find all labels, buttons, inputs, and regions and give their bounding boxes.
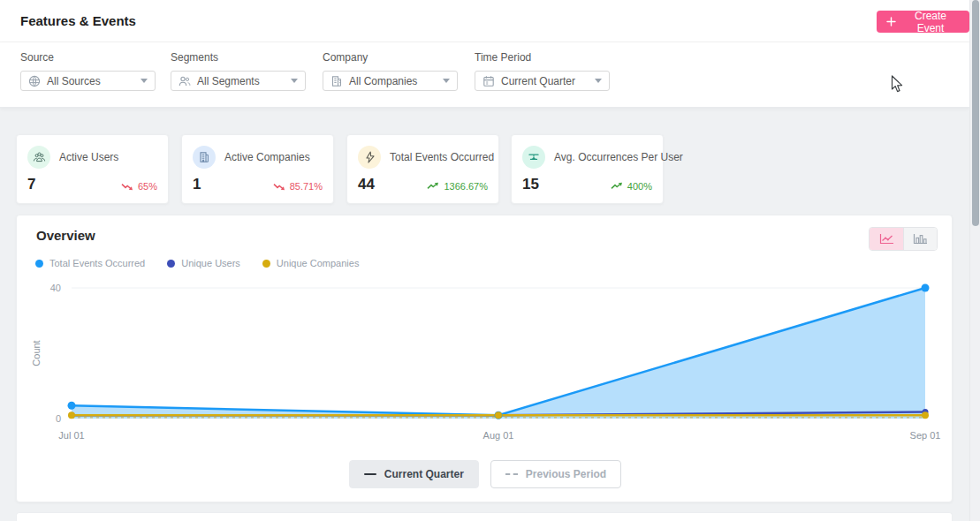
time-period-value: Current Quarter	[501, 75, 589, 87]
create-event-label: Create Event	[901, 10, 960, 34]
source-select[interactable]: All Sources	[20, 71, 156, 91]
building-icon	[330, 75, 343, 87]
stat-change: 85.71%	[290, 181, 323, 192]
calendar-icon	[482, 75, 495, 87]
company-building-icon	[193, 146, 216, 169]
scrollbar-thumb[interactable]	[972, 0, 979, 226]
previous-period-button[interactable]: Previous Period	[490, 460, 621, 488]
company-label: Company	[323, 51, 458, 64]
legend-dot	[167, 260, 175, 268]
stat-trend: 65%	[121, 181, 157, 192]
chevron-down-icon	[443, 79, 450, 83]
source-value: All Sources	[47, 75, 134, 87]
time-period-select[interactable]: Current Quarter	[475, 71, 610, 91]
stat-trend: 1366.67%	[427, 181, 488, 192]
trend-up-icon	[611, 182, 623, 191]
chevron-down-icon	[595, 79, 602, 83]
filter-segments: Segments All Segments	[171, 51, 306, 91]
chart-legend: Total Events Occurred Unique Users Uniqu…	[35, 258, 359, 268]
dashed-line-icon	[505, 473, 518, 475]
legend-dot	[262, 260, 270, 268]
plus-icon	[886, 17, 896, 26]
overview-title: Overview	[36, 228, 95, 243]
line-chart-icon	[879, 233, 894, 245]
stat-card-total-events: Total Events Occurred 44 1366.67%	[346, 134, 499, 204]
previous-period-label: Previous Period	[526, 468, 606, 480]
current-quarter-label: Current Quarter	[384, 468, 464, 480]
filter-source: Source All Sources	[20, 51, 156, 91]
create-event-button[interactable]: Create Event	[877, 11, 969, 33]
trend-down-icon	[121, 182, 133, 191]
chevron-down-icon	[141, 79, 148, 83]
stat-card-active-users: Active Users 7 65%	[16, 134, 169, 204]
next-section-card-edge	[16, 512, 953, 521]
filter-company: Company All Companies	[323, 51, 458, 91]
stat-value: 7	[27, 176, 35, 193]
filter-bar: Source All Sources Segments All Segments…	[0, 42, 969, 108]
legend-label: Total Events Occurred	[49, 258, 145, 268]
svg-text:40: 40	[50, 283, 61, 293]
stat-label: Avg. Occurrences Per User	[554, 151, 683, 163]
stat-value: 1	[193, 176, 201, 193]
globe-icon	[28, 75, 41, 87]
stat-label: Active Companies	[224, 151, 310, 163]
svg-text:Aug 01: Aug 01	[483, 430, 514, 441]
users-icon	[179, 75, 191, 87]
chart-type-toggle	[869, 227, 938, 251]
legend-label: Unique Users	[181, 258, 240, 268]
svg-text:0: 0	[56, 413, 61, 424]
series-toggle-buttons: Current Quarter Previous Period	[17, 460, 953, 488]
svg-text:Sep 01: Sep 01	[910, 430, 941, 441]
legend-item-total-events[interactable]: Total Events Occurred	[35, 258, 145, 268]
svg-text:Count: Count	[31, 340, 42, 366]
segments-label: Segments	[171, 51, 306, 64]
page-title: Features & Events	[20, 13, 136, 28]
overview-chart-area: 040CountJul 01Aug 01Sep 01	[17, 270, 953, 443]
svg-text:Jul 01: Jul 01	[58, 430, 84, 441]
company-select[interactable]: All Companies	[323, 71, 458, 91]
segments-select[interactable]: All Segments	[171, 71, 306, 91]
filter-time-period: Time Period Current Quarter	[475, 51, 610, 91]
chevron-down-icon	[291, 79, 298, 83]
segments-value: All Segments	[197, 75, 285, 87]
stat-change: 1366.67%	[444, 181, 488, 192]
bar-chart-icon	[913, 233, 928, 245]
stat-change: 400%	[627, 181, 652, 192]
stat-value: 15	[522, 176, 539, 193]
stat-label: Active Users	[59, 151, 118, 163]
trend-up-icon	[427, 182, 439, 191]
stat-trend: 85.71%	[273, 181, 323, 192]
stat-value: 44	[358, 176, 375, 193]
overview-card: Overview Total Events Occurred Unique Us…	[16, 215, 953, 502]
legend-item-unique-users[interactable]: Unique Users	[167, 258, 240, 268]
stat-label: Total Events Occurred	[390, 151, 494, 163]
solid-line-icon	[364, 473, 376, 475]
stat-trend: 400%	[611, 181, 652, 192]
legend-label: Unique Companies	[277, 258, 360, 268]
overview-chart: 040CountJul 01Aug 01Sep 01	[17, 270, 953, 443]
bar-chart-toggle[interactable]	[903, 228, 937, 250]
lightning-icon	[358, 146, 381, 169]
company-value: All Companies	[349, 75, 437, 87]
stat-change: 65%	[138, 181, 157, 192]
legend-item-unique-companies[interactable]: Unique Companies	[262, 258, 360, 268]
stat-card-avg-occurrences: Avg. Occurrences Per User 15 400%	[511, 134, 664, 204]
legend-dot	[35, 260, 43, 268]
gauge-icon	[522, 146, 545, 169]
people-group-icon	[27, 146, 50, 169]
time-period-label: Time Period	[475, 51, 610, 64]
top-header: Features & Events Create Event	[0, 0, 969, 42]
line-chart-toggle[interactable]	[870, 228, 903, 250]
stat-card-active-companies: Active Companies 1 85.71%	[181, 134, 334, 204]
source-label: Source	[20, 51, 156, 64]
trend-down-icon	[273, 182, 285, 191]
current-quarter-button[interactable]: Current Quarter	[349, 460, 479, 488]
scrollbar-track[interactable]	[969, 0, 980, 521]
